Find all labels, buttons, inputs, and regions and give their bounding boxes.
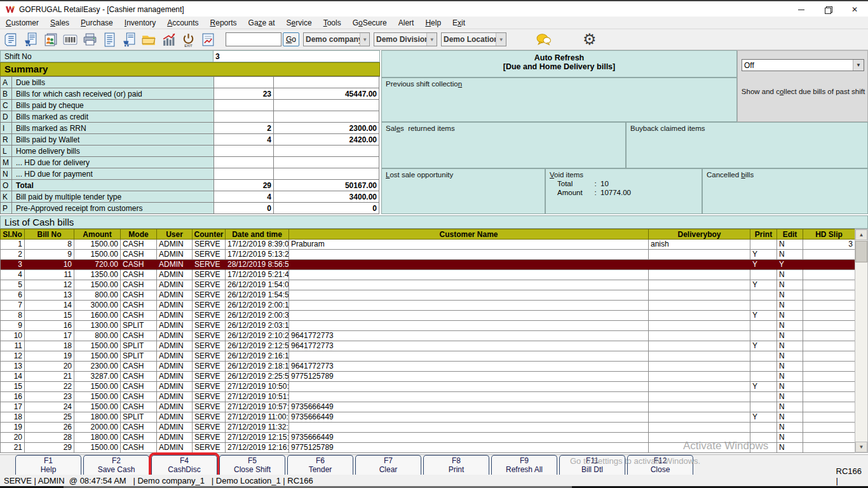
menu-item-gaze-at[interactable]: Gaze at [243, 17, 281, 29]
menu-item-tools[interactable]: Tools [318, 17, 347, 29]
statistics-icon[interactable] [159, 30, 177, 48]
buyback-claimed-items-panel: Buyback claimed items [626, 122, 868, 168]
bill-row[interactable]: 19262000.00CASHADMINSERVE27/12/2019 11:3… [1, 423, 855, 433]
menu-item-service[interactable]: Service [281, 17, 318, 29]
column-header[interactable]: Amount [74, 229, 121, 240]
bill-row[interactable]: 5121500.00CASHADMINSERVE26/12/2019 1:54:… [1, 280, 855, 290]
menu-item-exit[interactable]: Exit [447, 17, 471, 29]
column-header[interactable]: HD Slip [803, 229, 855, 240]
bill-row[interactable]: 8151600.00CASHADMINSERVE26/12/2019 2:00:… [1, 311, 855, 321]
bill-row[interactable]: 291500.00CASHADMINSERVE17/12/2019 5:13:2… [1, 250, 855, 260]
chat-icon[interactable] [534, 30, 552, 48]
bill-row[interactable]: 613800.00CASHADMINSERVE26/12/2019 1:54:5… [1, 290, 855, 301]
bill-row[interactable]: 16231500.00CASHADMINSERVE27/12/2019 10:5… [1, 392, 855, 402]
close-button[interactable]: ✕ [841, 3, 868, 17]
barcode-icon[interactable] [61, 30, 79, 48]
menu-item-alert[interactable]: Alert [393, 17, 420, 29]
menu-item-accounts[interactable]: Accounts [161, 17, 204, 29]
fn-action-label: CashDisc [152, 465, 217, 474]
company-select[interactable]: Demo company_ ▼ [303, 32, 370, 46]
fn-f7-button[interactable]: F7Clear [355, 455, 421, 475]
column-header[interactable]: Deliveryboy [649, 229, 750, 240]
summary-row: KBill paid by multiple tender type43400.… [1, 191, 380, 203]
bill-row[interactable]: 17241500.00CASHADMINSERVE27/12/2019 10:5… [1, 402, 855, 412]
sales-bill-icon[interactable] [2, 30, 20, 48]
fn-f2-button[interactable]: F2Save Cash [83, 455, 149, 475]
division-select[interactable]: Demo Division ▼ [374, 32, 437, 46]
previous-shift-collection-panel: Previous shift collection [381, 78, 737, 122]
chevron-down-icon[interactable]: ▼ [853, 60, 864, 71]
go-button[interactable]: Go [283, 32, 299, 46]
scroll-thumb[interactable] [855, 241, 867, 262]
report-chart-icon[interactable] [199, 30, 217, 48]
bill-row[interactable]: 7143000.00CASHADMINSERVE26/12/2019 2:00:… [1, 301, 855, 311]
menu-item-gosecure[interactable]: GoSecure [347, 17, 393, 29]
bill-row[interactable]: 15221500.00CASHADMINSERVE27/12/2019 10:5… [1, 382, 855, 392]
bill-row[interactable]: 14213287.00CASHADMINSERVE26/12/2019 2:25… [1, 372, 855, 382]
bill-row[interactable]: 11181500.00SPLITADMINSERVE26/12/2019 2:1… [1, 341, 855, 351]
bill-row[interactable]: 13202300.00CASHADMINSERVE26/12/2019 2:18… [1, 362, 855, 372]
search-input[interactable] [226, 32, 281, 46]
cancelled-bills-label: Cancelled bills [703, 169, 867, 179]
fn-f8-button[interactable]: F8Print [423, 455, 489, 475]
column-header[interactable]: Bill No [25, 229, 74, 240]
location-select[interactable]: Demo Location ▼ [441, 32, 506, 46]
column-header[interactable]: Edit [777, 229, 803, 240]
minimize-button[interactable] [788, 3, 815, 17]
fn-f6-button[interactable]: F6Tender [287, 455, 353, 475]
fn-f4-button[interactable]: F4CashDisc [151, 455, 217, 475]
folder-icon[interactable] [140, 30, 158, 48]
menu-item-inventory[interactable]: Inventory [119, 17, 161, 29]
purchase-cart-icon[interactable] [22, 30, 39, 48]
chevron-down-icon[interactable]: ▼ [426, 33, 437, 46]
gear-icon[interactable]: ⚙ [583, 32, 597, 47]
minimize-icon [798, 10, 804, 10]
bill-row[interactable]: 1017800.00CASHADMINSERVE26/12/2019 2:10:… [1, 331, 855, 341]
scroll-up-icon[interactable]: ▲ [855, 229, 867, 240]
sales-returned-items-panel: Sales returned items [381, 122, 626, 168]
column-header[interactable]: Sl.No [1, 229, 25, 240]
collect-due-bills-button[interactable]: Show and collect due bills of past shift [739, 88, 867, 95]
menu-item-help[interactable]: Help [419, 17, 447, 29]
restore-button[interactable] [815, 3, 841, 17]
printer-icon[interactable] [81, 30, 98, 48]
bills-list-title: List of Cash bills [0, 215, 868, 229]
column-header[interactable]: Print [750, 229, 777, 240]
fn-f1-button[interactable]: F1Help [15, 455, 81, 475]
fn-f5-button[interactable]: F5Close Shift [219, 455, 285, 475]
bill-row[interactable]: 310720.00CASHADMINSERVE28/12/2019 8:56:5… [1, 260, 855, 270]
menu-item-reports[interactable]: Reports [205, 17, 243, 29]
auto-refresh-panel: Auto Refresh [Due and Home Delivery bill… [381, 50, 737, 78]
summary-row: PPre-Approved receipt from customers00 [1, 203, 380, 214]
bill-row[interactable]: 9161300.00SPLITADMINSERVE26/12/2019 2:03… [1, 321, 855, 331]
fn-f9-button[interactable]: F9Refresh All [491, 455, 557, 475]
chevron-down-icon[interactable]: ▼ [360, 33, 369, 46]
summary-row: ADue bills [1, 77, 380, 88]
exit-icon[interactable]: EXIT [179, 30, 197, 48]
column-header[interactable]: Mode [121, 229, 157, 240]
bill-row[interactable]: 181500.00CASHADMINSERVE17/12/2019 8:39:0… [1, 240, 855, 250]
bill-row[interactable]: 4111350.00CASHADMINSERVE17/12/2019 5:21:… [1, 270, 855, 280]
menu-item-customer[interactable]: Customer [0, 17, 44, 29]
fn-action-label: Print [424, 465, 489, 474]
menu-item-sales[interactable]: Sales [44, 17, 75, 29]
bill-row[interactable]: 18251800.00SPLITADMINSERVE27/12/2019 11:… [1, 412, 855, 423]
scroll-down-icon[interactable]: ▼ [855, 442, 867, 452]
table-scrollbar[interactable]: ▲ ▼ [855, 229, 868, 453]
chevron-down-icon[interactable]: ▼ [496, 33, 506, 46]
column-header[interactable]: Customer Name [289, 229, 649, 240]
status-right-info: RC166 | 1577 [811, 457, 862, 488]
customer-photos-icon[interactable] [41, 30, 59, 48]
activate-windows-watermark: Activate Windows [683, 440, 768, 452]
status-bar: SERVE | ADMIN @ 08:47:54 AM | Demo compa… [0, 475, 868, 486]
menu-item-purchase[interactable]: Purchase [75, 17, 119, 29]
column-header[interactable]: User [157, 229, 193, 240]
column-header[interactable]: Counter [193, 229, 226, 240]
auto-refresh-select[interactable]: Off ▼ [742, 59, 864, 71]
bill-row[interactable]: 12191500.00SPLITADMINSERVE26/12/2019 2:1… [1, 351, 855, 362]
column-header[interactable]: Date and time [226, 229, 289, 240]
bill-document-icon[interactable] [100, 30, 118, 48]
summary-row: LHome delivery bills [1, 146, 380, 157]
void-total-value: 10 [600, 180, 609, 187]
order-cart-icon[interactable] [120, 30, 138, 48]
